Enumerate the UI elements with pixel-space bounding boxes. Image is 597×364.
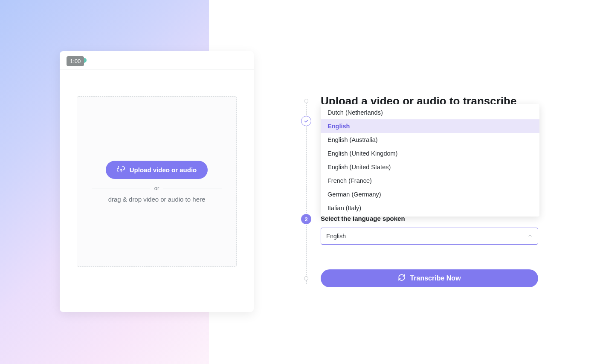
transcribe-button[interactable]: Transcribe Now [321,269,538,287]
language-select-value: English [326,233,527,240]
window-titlebar: 1:00 [60,51,254,70]
app-window: 1:00 Upload video or audio or drag & dro… [60,51,254,312]
language-select[interactable]: English [321,228,538,245]
drag-drop-hint: drag & drop video or audio to here [108,196,206,203]
upload-button[interactable]: Upload video or audio [106,161,208,179]
upload-dropzone[interactable]: Upload video or audio or drag & drop vid… [77,96,237,267]
step-timeline [306,101,307,284]
or-divider: or [92,185,222,191]
transcribe-button-label: Transcribe Now [410,274,461,282]
language-option[interactable]: Italian (Italy) [321,201,539,215]
language-option[interactable]: Dutch (Netherlands) [321,106,539,119]
or-text: or [150,185,164,191]
language-option[interactable]: English (Australia) [321,133,539,147]
step3-node [304,276,308,280]
step1-node [304,99,308,103]
cloud-upload-icon [117,166,125,174]
language-option[interactable]: English [321,119,539,133]
step1-check-icon [301,116,311,126]
language-option[interactable]: French (France) [321,174,539,188]
timer-badge: 1:00 [67,56,84,66]
refresh-icon [398,274,406,283]
chevron-up-icon [527,233,533,240]
language-option[interactable]: English (United Kingdom) [321,147,539,160]
language-option[interactable]: English (United States) [321,160,539,174]
language-option[interactable]: German (Germany) [321,188,539,201]
language-dropdown: Dutch (Netherlands) English English (Aus… [321,104,539,217]
step2-node: 2 [301,214,311,224]
upload-button-label: Upload video or audio [130,166,197,173]
